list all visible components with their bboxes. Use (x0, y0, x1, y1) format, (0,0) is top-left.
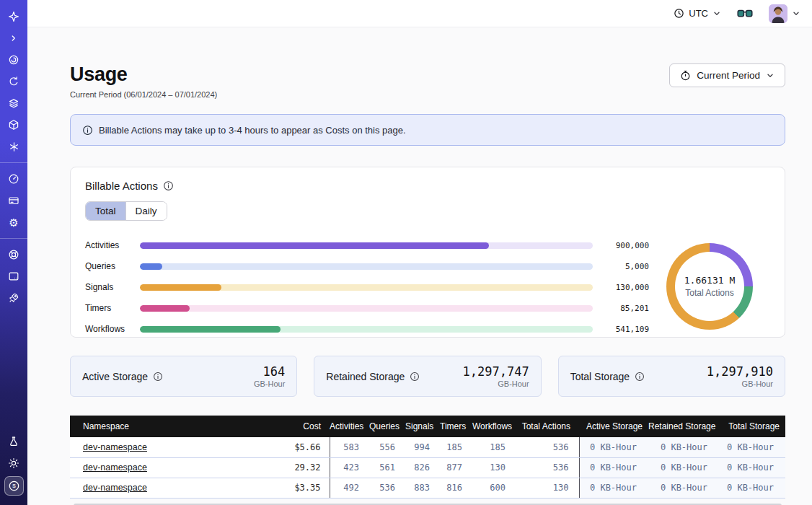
cell-workflows: 185 (472, 437, 516, 457)
col-active-storage: Active Storage (579, 416, 648, 437)
cell-retained-storage: 0 KB-Hour (648, 457, 719, 478)
tab-total[interactable]: Total (86, 202, 125, 220)
info-banner: Billable Actions may take up to 3-4 hour… (70, 114, 785, 146)
period-selector-label: Current Period (697, 70, 760, 81)
bar-row-signals: Signals 130,000 (85, 282, 649, 292)
billable-actions-tab-group: Total Daily (85, 201, 167, 221)
cell-workflows: 130 (472, 457, 516, 478)
cell-total-storage: 0 KB-Hour (719, 478, 785, 498)
clock-icon (674, 8, 684, 19)
bar-row-timers: Timers 85,201 (85, 303, 649, 313)
table-row: dev-namespace $5.66 583 556 994 185 185 … (70, 437, 785, 457)
expand-sidebar-chevron-icon[interactable] (5, 30, 22, 47)
cell-total-actions: 536 (516, 437, 579, 457)
namespaces-icon[interactable] (5, 51, 22, 69)
bar-track (140, 263, 593, 270)
donut-chart: 1.66131 M Total Actions (666, 243, 753, 330)
bar-track (140, 242, 593, 249)
cell-active-storage: 0 KB-Hour (579, 478, 648, 498)
active-storage-value: 164 (263, 364, 286, 379)
active-storage-card: Active Storage 164 GB-Hour (70, 356, 297, 397)
cell-cost: $5.66 (272, 437, 330, 457)
col-retained-storage: Retained Storage (648, 416, 719, 437)
namespace-link[interactable]: dev-namespace (83, 442, 147, 452)
timezone-selector[interactable]: UTC (674, 8, 721, 19)
bar-label: Workflows (85, 324, 137, 334)
temporal-logo-icon[interactable] (5, 8, 22, 25)
layers-icon[interactable] (5, 95, 22, 112)
bar-fill (140, 242, 489, 249)
terminal-icon[interactable] (5, 268, 22, 285)
usage-gauge-icon[interactable] (5, 170, 22, 188)
cell-timers: 185 (440, 437, 472, 457)
sidebar-divider (0, 162, 27, 163)
cell-total-storage: 0 KB-Hour (719, 457, 785, 478)
retained-storage-value: 1,297,747 (463, 364, 529, 379)
total-actions-label: Total Actions (685, 288, 733, 298)
col-total-storage: Total Storage (719, 416, 785, 437)
namespace-usage-table: Namespace Cost Activities Queries Signal… (70, 416, 785, 505)
bar-row-queries: Queries 5,000 (85, 261, 649, 271)
cell-cost: 29.32 (272, 457, 330, 478)
settings-gear-icon[interactable]: ⚙ (5, 214, 22, 231)
rocket-icon[interactable] (5, 289, 22, 307)
labs-flask-icon[interactable] (5, 433, 22, 450)
donut-chart-area: 1.66131 M Total Actions (649, 238, 770, 334)
bar-fill (140, 263, 162, 270)
tab-daily[interactable]: Daily (125, 202, 167, 220)
col-queries: Queries (369, 416, 405, 437)
retained-storage-unit: GB-Hour (498, 379, 529, 388)
account-menu[interactable] (769, 4, 800, 23)
total-storage-card: Total Storage 1,297,910 GB-Hour (558, 356, 785, 397)
total-storage-unit: GB-Hour (742, 379, 773, 388)
bar-track (140, 305, 593, 312)
info-icon[interactable] (153, 372, 163, 382)
active-storage-label: Active Storage (82, 371, 148, 382)
retained-storage-label: Retained Storage (326, 371, 405, 382)
info-icon[interactable] (635, 372, 645, 382)
donut-center: 1.66131 M Total Actions (675, 252, 744, 321)
chevron-down-icon (792, 9, 800, 18)
namespace-link[interactable]: dev-namespace (83, 462, 147, 473)
topbar: UTC (27, 0, 812, 27)
history-retry-icon[interactable] (5, 73, 22, 90)
info-icon[interactable] (410, 372, 420, 382)
retained-storage-card: Retained Storage 1,297,747 GB-Hour (314, 356, 541, 397)
bar-fill (140, 305, 190, 312)
period-selector-button[interactable]: Current Period (669, 63, 785, 87)
bar-fill (140, 326, 281, 333)
main-content: Usage Current Period (06/01/2024 – 07/01… (27, 27, 812, 505)
bar-label: Activities (85, 240, 137, 250)
bar-label: Queries (85, 261, 137, 271)
cell-queries: 536 (369, 478, 405, 498)
col-total-actions: Total Actions (516, 416, 579, 437)
cell-signals: 994 (405, 437, 440, 457)
total-storage-value: 1,297,910 (707, 364, 773, 379)
cell-retained-storage: 0 KB-Hour (648, 437, 719, 457)
chevron-down-icon (766, 71, 775, 80)
svg-text:$: $ (12, 483, 16, 489)
theme-sun-icon[interactable] (5, 454, 22, 472)
cell-retained-storage: 0 KB-Hour (648, 478, 719, 498)
cell-workflows: 600 (472, 478, 516, 498)
feedback-glasses-icon[interactable] (737, 9, 753, 19)
table-row: dev-namespace 29.32 423 561 826 877 130 … (70, 457, 785, 478)
bar-track (140, 326, 593, 333)
col-activities: Activities (330, 416, 369, 437)
cell-activities: 492 (330, 478, 369, 498)
info-icon[interactable] (163, 180, 174, 191)
avatar (769, 4, 787, 23)
bar-label: Signals (85, 282, 137, 292)
billing-card-icon[interactable] (5, 192, 22, 209)
cube-icon[interactable] (5, 116, 22, 133)
table-row: dev-namespace $3.35 492 536 883 816 600 … (70, 478, 785, 498)
cell-queries: 556 (369, 437, 405, 457)
cell-queries: 561 (369, 457, 405, 478)
billable-actions-title: Billable Actions (85, 180, 158, 192)
cost-coin-icon[interactable]: $ (4, 476, 24, 496)
support-life-ring-icon[interactable] (5, 246, 22, 263)
billable-actions-chart: Activities 900,000 Queries 5,000 Signals… (85, 238, 770, 334)
namespace-link[interactable]: dev-namespace (83, 483, 147, 493)
nexus-asterisk-icon[interactable] (5, 138, 22, 155)
billable-actions-card: Billable Actions Total Daily Activities … (70, 167, 785, 338)
